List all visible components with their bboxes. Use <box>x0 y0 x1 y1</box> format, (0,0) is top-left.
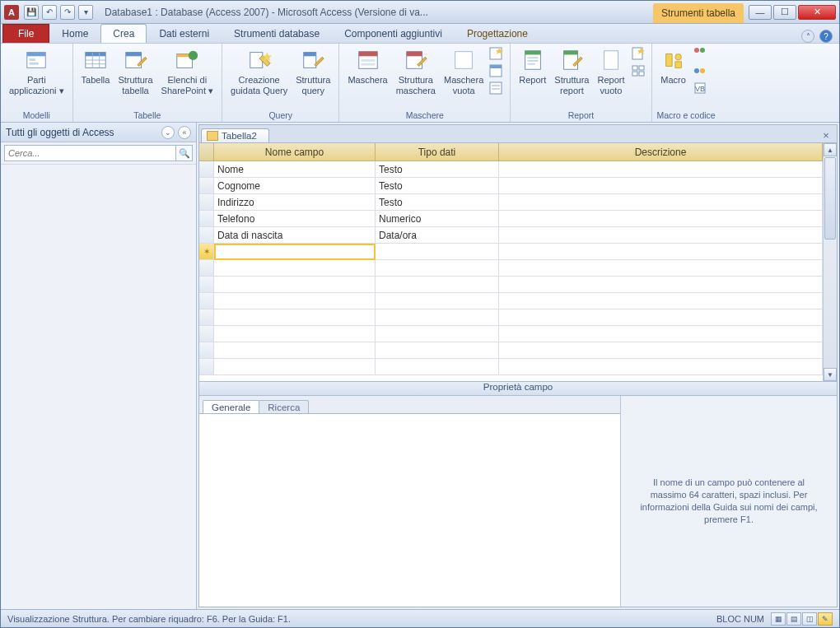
tabella-button[interactable]: Tabella <box>78 45 114 87</box>
row-selector[interactable] <box>199 277 214 293</box>
field-name-cell[interactable] <box>214 277 376 293</box>
search-input[interactable] <box>4 145 176 161</box>
table-row[interactable]: CognomeTesto <box>199 178 823 194</box>
field-type-cell[interactable]: Numerico <box>376 211 499 227</box>
nav-dropdown-icon[interactable]: ⌄ <box>161 126 175 139</box>
tab-crea[interactable]: Crea <box>100 24 147 43</box>
search-icon[interactable]: 🔍 <box>176 145 193 161</box>
field-type-cell[interactable] <box>376 277 499 293</box>
field-name-cell[interactable] <box>214 244 376 260</box>
scroll-up-icon[interactable]: ▲ <box>824 143 837 156</box>
qat-save-icon[interactable]: 💾 <box>24 5 39 20</box>
table-row[interactable] <box>199 359 823 375</box>
report-button[interactable]: Report <box>516 45 549 87</box>
table-row[interactable]: IndirizzoTesto <box>199 194 823 211</box>
field-type-cell[interactable]: Testo <box>376 161 499 178</box>
field-desc-cell[interactable] <box>499 211 823 227</box>
field-type-cell[interactable] <box>376 342 499 359</box>
struttura-maschera-button[interactable]: Struttura maschera <box>393 45 439 97</box>
field-desc-cell[interactable] <box>499 260 823 277</box>
maximize-button[interactable]: ☐ <box>773 5 796 20</box>
table-row[interactable]: TelefonoNumerico <box>199 211 823 227</box>
field-desc-cell[interactable] <box>499 342 823 359</box>
field-desc-cell[interactable] <box>499 309 823 326</box>
document-tab[interactable]: Tabella2 <box>201 128 269 142</box>
labels-icon[interactable] <box>630 63 646 79</box>
module-icon[interactable] <box>692 45 708 62</box>
pivotchart-view-button[interactable]: ◫ <box>802 612 817 626</box>
navigation-icon[interactable] <box>488 63 505 79</box>
field-type-cell[interactable] <box>376 359 499 375</box>
row-selector[interactable] <box>199 260 214 277</box>
struttura-query-button[interactable]: Struttura query <box>292 45 334 97</box>
table-row[interactable] <box>199 309 823 326</box>
maschera-button[interactable]: Maschera <box>344 45 390 87</box>
scroll-down-icon[interactable]: ▼ <box>824 368 837 381</box>
field-name-cell[interactable]: Indirizzo <box>214 194 376 211</box>
design-view-button[interactable]: ✎ <box>818 612 833 626</box>
tab-dati-esterni[interactable]: Dati esterni <box>147 24 222 43</box>
creazione-guidata-query-button[interactable]: Creazione guidata Query <box>227 45 291 97</box>
nav-collapse-icon[interactable]: « <box>178 126 191 139</box>
maschera-vuota-button[interactable]: Maschera vuota <box>441 45 487 97</box>
pivottable-view-button[interactable]: ▤ <box>786 612 801 626</box>
row-selector[interactable] <box>199 326 214 342</box>
close-button[interactable]: ✕ <box>798 5 836 20</box>
row-selector[interactable] <box>199 293 214 309</box>
col-header-desc[interactable]: Descrizione <box>499 143 823 161</box>
field-type-cell[interactable]: Testo <box>376 194 499 211</box>
row-selector[interactable] <box>199 359 214 375</box>
field-type-cell[interactable] <box>376 326 499 342</box>
vertical-scrollbar[interactable]: ▲ ▼ <box>823 143 837 381</box>
field-type-cell[interactable]: Data/ora <box>376 227 499 244</box>
field-desc-cell[interactable] <box>499 293 823 309</box>
col-header-type[interactable]: Tipo dati <box>376 143 499 161</box>
field-type-cell[interactable] <box>376 244 499 260</box>
close-document-icon[interactable]: × <box>819 128 833 142</box>
col-header-name[interactable]: Nome campo <box>214 143 376 161</box>
table-row[interactable] <box>199 244 823 260</box>
row-selector[interactable] <box>199 194 214 211</box>
report-vuoto-button[interactable]: Report vuoto <box>594 45 628 97</box>
field-desc-cell[interactable] <box>499 178 823 194</box>
struttura-tabella-button[interactable]: Struttura tabella <box>114 45 156 97</box>
field-desc-cell[interactable] <box>499 244 823 260</box>
more-forms-icon[interactable] <box>488 80 505 96</box>
table-row[interactable] <box>199 293 823 309</box>
table-row[interactable] <box>199 260 823 277</box>
field-type-cell[interactable] <box>376 293 499 309</box>
table-row[interactable]: NomeTesto <box>199 161 823 178</box>
field-name-cell[interactable] <box>214 326 376 342</box>
field-desc-cell[interactable] <box>499 194 823 211</box>
field-name-cell[interactable] <box>214 293 376 309</box>
design-grid[interactable]: Nome campo Tipo dati Descrizione NomeTes… <box>199 143 823 381</box>
field-desc-cell[interactable] <box>499 359 823 375</box>
row-selector[interactable] <box>199 211 214 227</box>
tab-generale[interactable]: Generale <box>203 400 259 414</box>
row-selector[interactable] <box>199 227 214 244</box>
field-desc-cell[interactable] <box>499 161 823 178</box>
field-name-cell[interactable] <box>214 342 376 359</box>
struttura-report-button[interactable]: Struttura report <box>551 45 592 97</box>
field-name-cell[interactable]: Telefono <box>214 211 376 227</box>
qat-customize-icon[interactable]: ▾ <box>78 5 93 20</box>
table-row[interactable] <box>199 326 823 342</box>
field-type-cell[interactable] <box>376 309 499 326</box>
field-desc-cell[interactable] <box>499 227 823 244</box>
row-selector[interactable] <box>199 309 214 326</box>
field-type-cell[interactable] <box>376 260 499 277</box>
row-selector[interactable] <box>199 178 214 194</box>
tab-home[interactable]: Home <box>49 24 100 43</box>
report-wizard-icon[interactable] <box>630 45 646 62</box>
macro-button[interactable]: Macro <box>657 45 690 87</box>
table-row[interactable] <box>199 342 823 359</box>
tab-componenti-aggiuntivi[interactable]: Componenti aggiuntivi <box>332 24 455 43</box>
help-icon[interactable]: ? <box>819 30 833 43</box>
tab-file[interactable]: File <box>2 24 49 43</box>
property-grid[interactable] <box>199 413 620 607</box>
elenchi-sharepoint-button[interactable]: Elenchi di SharePoint ▾ <box>158 45 217 97</box>
row-selector[interactable] <box>199 342 214 359</box>
field-type-cell[interactable]: Testo <box>376 178 499 194</box>
table-row[interactable]: Data di nascitaData/ora <box>199 227 823 244</box>
class-module-icon[interactable] <box>692 63 708 79</box>
